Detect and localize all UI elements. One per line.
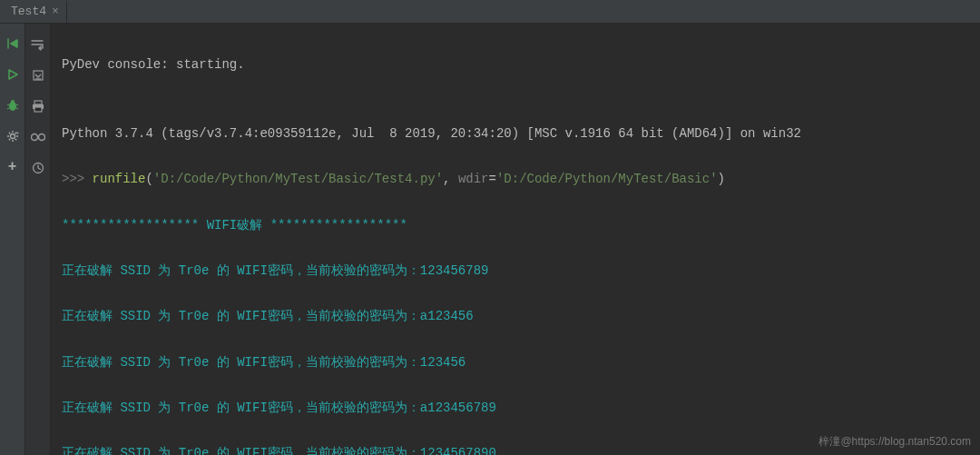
settings-icon[interactable]: ▸ — [5, 129, 20, 143]
watermark: 梓潼@https://blog.ntan520.com — [818, 434, 971, 450]
show-variables-icon[interactable] — [30, 129, 46, 145]
crack-value: 123456 — [420, 355, 466, 370]
debug-icon[interactable] — [5, 98, 20, 113]
prompt-text: >>> — [62, 172, 93, 186]
history-icon[interactable] — [30, 160, 46, 176]
sep-part: ****************** — [62, 218, 207, 232]
tool-gutter — [25, 24, 51, 455]
svg-point-6 — [10, 134, 15, 139]
crack-prefix: 正在破解 SSID 为 Tr0e 的 WIFI密码，当前校验的密码为： — [62, 309, 420, 323]
console-line: 正在破解 SSID 为 Tr0e 的 WIFI密码，当前校验的密码为：12345… — [62, 260, 969, 282]
console-line: ****************** WIFI破解 **************… — [62, 214, 969, 237]
crack-prefix: 正在破解 SSID 为 Tr0e 的 WIFI密码，当前校验的密码为： — [62, 446, 420, 455]
rerun-icon[interactable] — [5, 36, 20, 51]
svg-line-3 — [16, 104, 18, 105]
crack-prefix: 正在破解 SSID 为 Tr0e 的 WIFI密码，当前校验的密码为： — [62, 401, 420, 415]
play-icon[interactable] — [5, 67, 20, 82]
svg-rect-12 — [34, 107, 42, 112]
svg-point-13 — [31, 134, 37, 141]
string-arg: 'D:/Code/Python/MyTest/Basic' — [496, 172, 718, 186]
svg-line-5 — [16, 108, 18, 109]
console-line: 正在破解 SSID 为 Tr0e 的 WIFI密码，当前校验的密码为：a1234… — [62, 305, 969, 328]
crack-prefix: 正在破解 SSID 为 Tr0e 的 WIFI密码，当前校验的密码为： — [62, 263, 420, 278]
svg-line-2 — [7, 104, 9, 105]
crack-prefix: 正在破解 SSID 为 Tr0e 的 WIFI密码，当前校验的密码为： — [62, 355, 420, 370]
console-line: 正在破解 SSID 为 Tr0e 的 WIFI密码，当前校验的密码为：a1234… — [62, 397, 969, 420]
svg-point-1 — [11, 100, 15, 104]
sep-part: ****************** — [262, 218, 407, 232]
tab-label: Test4 — [11, 5, 46, 18]
soft-wrap-icon[interactable] — [30, 36, 46, 53]
svg-point-14 — [38, 134, 44, 141]
crack-value: 1234567890 — [420, 446, 496, 455]
close-icon[interactable]: × — [52, 5, 59, 18]
console-line: 正在破解 SSID 为 Tr0e 的 WIFI密码，当前校验的密码为：12345… — [62, 351, 969, 374]
svg-line-4 — [7, 108, 9, 109]
fn-name: runfile — [93, 172, 146, 186]
add-icon[interactable]: + — [5, 160, 20, 174]
console-line: PyDev console: starting. — [62, 54, 969, 76]
string-arg: 'D:/Code/Python/MyTest/Basic/Test4.py' — [153, 172, 443, 186]
console-output[interactable]: PyDev console: starting. Python 3.7.4 (t… — [51, 24, 980, 455]
crack-value: a123456789 — [420, 401, 496, 415]
console-line: Python 3.7.4 (tags/v3.7.4:e09359112e, Ju… — [62, 123, 969, 145]
print-icon[interactable] — [30, 98, 46, 114]
action-gutter: ▸ + — [0, 24, 25, 455]
tab-test4[interactable]: Test4 × — [4, 1, 67, 23]
tab-bar: Test4 × — [0, 0, 980, 24]
sep-title: WIFI破解 — [207, 218, 263, 232]
crack-value: a123456 — [420, 309, 474, 323]
console-line: >>> runfile('D:/Code/Python/MyTest/Basic… — [62, 168, 969, 191]
paren: ( — [145, 172, 152, 186]
kwarg: wdir — [458, 172, 489, 186]
scroll-to-end-icon[interactable] — [30, 67, 46, 84]
svg-rect-10 — [34, 101, 42, 104]
svg-text:▸: ▸ — [16, 130, 19, 136]
paren: ) — [718, 172, 725, 186]
crack-value: 123456789 — [420, 263, 489, 278]
comma: , — [443, 172, 458, 186]
equals: = — [489, 172, 496, 186]
